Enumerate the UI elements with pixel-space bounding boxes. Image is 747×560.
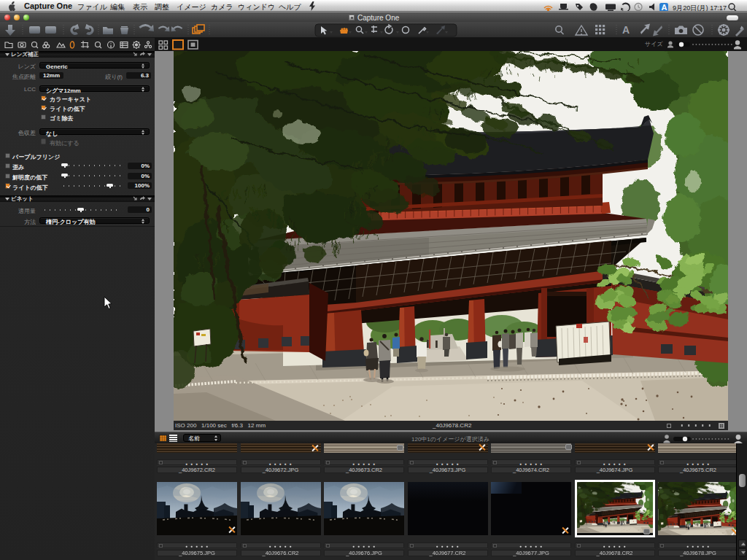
svg-text:A: A xyxy=(622,24,630,36)
svg-text:サイズ: サイズ xyxy=(645,41,663,47)
svg-text:9月20日(月) 17:17: 9月20日(月) 17:17 xyxy=(673,4,727,12)
svg-text:A: A xyxy=(662,3,667,11)
